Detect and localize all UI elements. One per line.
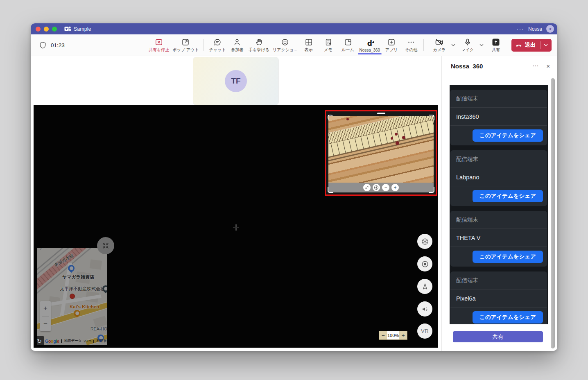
navigate-tool-button[interactable] (417, 279, 432, 294)
share-item-button[interactable]: このアイテムをシェア (473, 129, 543, 142)
canvas-zoom-out-button[interactable]: − (379, 331, 387, 339)
participant-tile[interactable]: TF (193, 57, 279, 105)
vr-mode-button[interactable]: VR (417, 323, 432, 339)
mic-chevron-icon[interactable] (479, 44, 484, 46)
camera-off-icon (435, 37, 444, 46)
panel-share-button[interactable]: 共有 (453, 331, 543, 342)
preview-aperture-icon[interactable] (373, 184, 380, 191)
popout-button[interactable]: ポップ アウト (171, 34, 200, 56)
teams-icon (64, 26, 71, 32)
reactions-button[interactable]: リアクショ... (271, 34, 299, 56)
nossa360-panel: Nossa_360 ⋯ × 配信端末 Insta360 このアイテムをシェア (441, 56, 557, 351)
camera-preview-image (328, 116, 434, 183)
account-name[interactable]: Nossa (528, 26, 542, 32)
device-card-label: 配信端末 (450, 271, 547, 290)
preview-zoom-in-button[interactable]: + (391, 184, 399, 191)
mic-icon (464, 37, 472, 46)
canvas-zoom-value: 100% (387, 331, 399, 339)
mini-map[interactable]: 上野東京ライン 東海道本線 ヤマガラ雑貨店 太平洋不動産株式会社 Kai's K… (37, 248, 107, 345)
stop-share-icon (155, 37, 163, 46)
desktop: Sample ··· Nossa TF 01:23 共有を停止 (0, 0, 588, 380)
share-item-button[interactable]: このアイテムをシェア (473, 190, 543, 202)
shield-icon (39, 41, 47, 49)
raise-hand-button[interactable]: 手を挙げる (247, 34, 271, 56)
mic-button[interactable]: マイク (458, 34, 477, 56)
window-title: Sample (74, 26, 91, 32)
device-name: Insta360 (450, 108, 547, 126)
device-name: Pixel6a (450, 290, 547, 308)
panel-header: Nossa_360 ⋯ × (442, 56, 557, 76)
rooms-button[interactable]: ルーム (338, 34, 358, 56)
device-name: THETA V (450, 229, 547, 247)
apps-plus-icon (387, 37, 396, 46)
device-card-label: 配信端末 (450, 150, 547, 168)
hangup-phone-icon (515, 42, 522, 48)
share-tray-button[interactable]: 共有 (486, 34, 506, 56)
device-card: 配信端末 Insta360 このアイテムをシェア (450, 90, 547, 145)
record-tool-button[interactable] (417, 256, 432, 271)
panel-close-icon[interactable]: × (546, 63, 550, 70)
camera-preview-selected[interactable]: − + (325, 110, 437, 196)
stop-share-button[interactable]: 共有を停止 (147, 34, 171, 56)
device-card-label: 配信端末 (450, 211, 547, 229)
nossa360-app-icon: d (367, 38, 372, 47)
share-screen-icon (492, 37, 500, 46)
reactions-icon (281, 37, 289, 46)
account-avatar[interactable]: TF (546, 25, 554, 33)
toolbar-divider (204, 39, 204, 51)
device-card: 配信端末 Pixel6a このアイテムをシェア (450, 271, 547, 324)
chat-icon (213, 37, 222, 46)
cursor-crosshair-icon (233, 224, 240, 231)
leave-button[interactable]: 退出 (511, 39, 552, 52)
device-list: 配信端末 Insta360 このアイテムをシェア 配信端末 Labpano この… (450, 85, 548, 324)
device-card: 配信端末 Labpano このアイテムをシェア (450, 150, 547, 206)
camera-chevron-icon[interactable] (451, 44, 455, 46)
preview-control-bar: − + (328, 183, 434, 192)
panel-more-icon[interactable]: ⋯ (532, 62, 539, 70)
canvas-zoom-control: − 100% + (379, 331, 407, 340)
preview-drag-handle[interactable] (377, 113, 385, 114)
view-grid-icon (305, 37, 313, 46)
nossa360-app-button[interactable]: d Nossa_360 (358, 34, 382, 56)
window-titlebar: Sample ··· Nossa TF (31, 23, 557, 34)
rooms-icon (344, 37, 352, 46)
view-button[interactable]: 表示 (299, 34, 319, 56)
notes-icon (324, 37, 332, 46)
apps-button[interactable]: アプリ (382, 34, 401, 56)
meeting-toolbar: 01:23 共有を停止 ポップ アウト (31, 34, 557, 56)
preview-zoom-out-button[interactable]: − (382, 184, 389, 191)
map-rotate-button[interactable]: ↻ (37, 336, 44, 345)
toolbar-divider (423, 39, 424, 51)
more-ellipsis-icon (407, 37, 415, 46)
announce-tool-button[interactable] (417, 301, 432, 317)
chat-button[interactable]: チャット (207, 34, 227, 56)
teams-window: Sample ··· Nossa TF 01:23 共有を停止 (31, 23, 557, 351)
popout-icon (181, 37, 190, 46)
minimize-traffic-light[interactable] (44, 27, 49, 32)
raise-hand-icon (255, 37, 263, 46)
preview-resize-icon[interactable] (363, 184, 371, 191)
share-item-button[interactable]: このアイテムをシェア (473, 251, 543, 263)
shared-screen-canvas[interactable]: − + 上野東京ライン 東海道本線 (34, 105, 438, 348)
notes-button[interactable]: メモ (319, 34, 338, 56)
camera-button[interactable]: カメラ (430, 34, 449, 56)
device-card-label: 配信端末 (450, 90, 547, 108)
participants-icon (233, 37, 241, 46)
canvas-zoom-in-button[interactable]: + (399, 331, 407, 339)
leave-chevron-icon[interactable] (544, 44, 548, 46)
titlebar-more-icon[interactable]: ··· (517, 26, 524, 32)
share-item-button[interactable]: このアイテムをシェア (473, 311, 543, 323)
device-name: Labpano (450, 168, 547, 186)
map-collapse-button[interactable] (97, 237, 114, 254)
meeting-timer: 01:23 (51, 42, 65, 48)
participants-button[interactable]: 参加者 (227, 34, 247, 56)
participant-avatar: TF (225, 70, 247, 92)
close-traffic-light[interactable] (36, 27, 41, 32)
panel-scrollbar[interactable] (551, 78, 555, 348)
panel-title: Nossa_360 (451, 63, 483, 70)
zoom-traffic-light[interactable] (52, 27, 57, 32)
more-button[interactable]: その他 (401, 34, 421, 56)
device-card: 配信端末 THETA V このアイテムをシェア (450, 211, 547, 267)
aperture-tool-button[interactable] (417, 234, 432, 249)
